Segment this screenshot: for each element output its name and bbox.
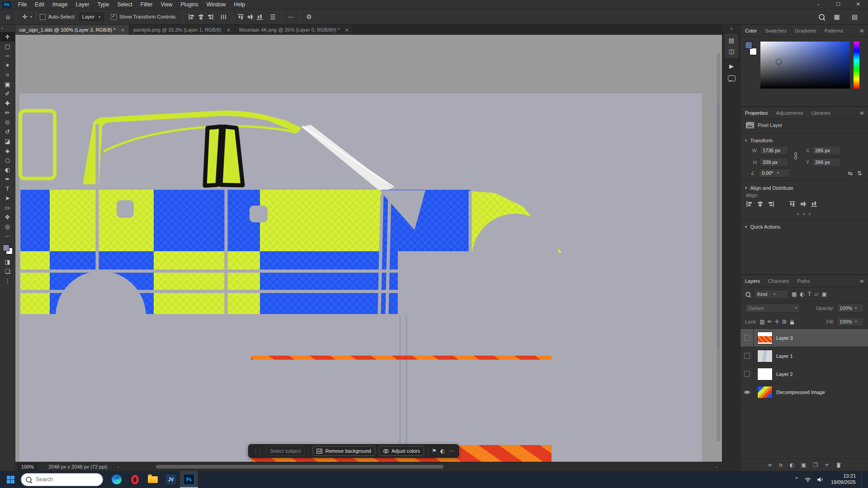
more-options-icon[interactable]: ⋯ xyxy=(285,13,296,20)
lock-transparency-icon[interactable]: ▨ xyxy=(760,319,764,325)
scrollbar-thumb[interactable] xyxy=(717,103,721,347)
flip-horizontal-icon[interactable]: ⇆ xyxy=(848,170,853,177)
contrast-icon[interactable]: ◐ xyxy=(440,448,445,454)
maximize-button[interactable]: ☐ xyxy=(828,0,848,9)
close-icon[interactable]: × xyxy=(227,28,231,33)
crop-tool[interactable]: ⌗ xyxy=(0,70,15,80)
zoom-tool[interactable]: ◎ xyxy=(0,222,15,231)
marquee-tool[interactable]: ▢ xyxy=(0,42,15,51)
align-top-icon[interactable] xyxy=(789,201,796,207)
eraser-tool[interactable]: ◪ xyxy=(0,136,15,146)
magic-wand-tool[interactable]: ✶ xyxy=(0,61,15,70)
close-icon[interactable]: × xyxy=(345,28,349,33)
hand-tool[interactable]: ✥ xyxy=(0,212,15,222)
adjust-colors-button[interactable]: Adjust colors xyxy=(379,446,424,456)
distribute-v-icon[interactable] xyxy=(268,14,278,20)
eyedropper-tool[interactable]: ✐ xyxy=(0,89,15,99)
taskbar-edge[interactable] xyxy=(108,471,126,488)
lock-artboard-icon[interactable]: ⊞ xyxy=(782,319,787,325)
align-middle-v-icon[interactable] xyxy=(800,201,807,207)
visibility-toggle[interactable] xyxy=(741,383,754,401)
gradient-tool[interactable]: ◈ xyxy=(0,146,15,155)
remove-background-button[interactable]: Remove background xyxy=(312,446,375,456)
visibility-toggle[interactable] xyxy=(741,329,754,347)
taskbar-photoshop[interactable]: Ps xyxy=(180,471,198,488)
collapse-tools-icon[interactable]: » xyxy=(0,25,16,32)
layer-thumbnail[interactable] xyxy=(757,368,773,380)
tab-paintjob[interactable]: paintjob.png @ 33.3% (Layer 1, RGB/8) × xyxy=(129,25,235,35)
y-field[interactable]: 266 px xyxy=(812,158,841,167)
close-icon[interactable]: × xyxy=(121,28,125,33)
status-back-icon[interactable]: ‹ xyxy=(716,465,717,469)
layer-mask-icon[interactable]: ▣ xyxy=(801,462,806,468)
menu-image[interactable]: Image xyxy=(48,0,71,9)
clone-stamp-tool[interactable]: ⊙ xyxy=(0,117,15,127)
transform-section-header[interactable]: ▾ Transform xyxy=(741,135,868,145)
more-align-options-icon[interactable]: • • • xyxy=(741,208,868,217)
history-brush-tool[interactable]: ↺ xyxy=(0,127,15,136)
rotation-field[interactable]: 0.00° ▾ xyxy=(759,169,790,178)
shape-tool[interactable]: ▭ xyxy=(0,203,15,212)
adjustment-layer-icon[interactable]: ◐ xyxy=(789,462,794,468)
tab-libraries[interactable]: Libraries xyxy=(811,110,830,116)
hue-slider[interactable] xyxy=(854,42,859,89)
tab-mountain[interactable]: Mountain 4K.png @ 25% (Layer 0, RGB/8#) … xyxy=(235,25,354,35)
tab-gradients[interactable]: Gradients xyxy=(795,28,816,33)
history-panel-icon[interactable]: ▤ xyxy=(725,35,738,46)
auto-select-checkbox[interactable] xyxy=(40,14,46,20)
hidden-layer-checkbox[interactable] xyxy=(744,371,750,377)
align-left-icon[interactable] xyxy=(746,201,753,207)
layer-row-decompressed-image[interactable]: Decompressed Image xyxy=(741,383,868,401)
opacity-dropdown[interactable]: 100% ▾ xyxy=(837,304,864,313)
align-left-icon[interactable] xyxy=(187,14,196,20)
tab-properties[interactable]: Properties xyxy=(745,110,768,116)
menu-type[interactable]: Type xyxy=(93,0,113,9)
background-color-swatch[interactable] xyxy=(750,48,757,55)
type-tool[interactable]: T xyxy=(0,184,15,193)
menu-select[interactable]: Select xyxy=(113,0,136,9)
clock[interactable]: 13:21 19/09/2025 xyxy=(829,473,856,486)
taskbar-opera[interactable] xyxy=(126,471,144,488)
canvas[interactable]: ⋮⋮ Select subject Remove background Adju… xyxy=(15,35,722,462)
align-center-h-icon[interactable] xyxy=(196,14,206,20)
pixel-filter-icon[interactable]: ▦ xyxy=(792,291,797,297)
align-right-icon[interactable] xyxy=(206,14,215,20)
align-right-icon[interactable] xyxy=(768,201,774,207)
comments-panel-icon[interactable] xyxy=(728,75,736,81)
chevron-down-icon[interactable]: ▾ xyxy=(30,15,32,19)
healing-brush-tool[interactable]: ✚ xyxy=(0,99,15,108)
align-section-header[interactable]: ▾ Align and Distribute xyxy=(741,183,868,192)
zoom-level-field[interactable]: 100% xyxy=(18,463,38,470)
lock-position-icon[interactable]: ✛ xyxy=(775,319,779,325)
menu-view[interactable]: View xyxy=(156,0,176,9)
link-layers-icon[interactable]: ∞ xyxy=(768,462,772,468)
more-icon[interactable]: ⋯ xyxy=(448,448,454,454)
select-subject-button[interactable]: Select subject xyxy=(266,446,305,456)
layer-name[interactable]: Layer 1 xyxy=(776,353,793,359)
filter-kind-dropdown[interactable]: Kind ▾ xyxy=(754,290,788,299)
smart-object-filter-icon[interactable]: ▣ xyxy=(821,291,826,297)
tab-channels[interactable]: Channels xyxy=(768,278,789,284)
flag-icon[interactable]: ⚑ xyxy=(432,448,437,454)
distribute-h-icon[interactable] xyxy=(219,14,228,20)
menu-filter[interactable]: Filter xyxy=(137,0,157,9)
start-button[interactable] xyxy=(0,471,21,488)
layer-thumbnail[interactable] xyxy=(757,332,773,344)
tab-color[interactable]: Color xyxy=(745,28,757,33)
foreground-color-swatch[interactable] xyxy=(3,244,9,251)
menu-help[interactable]: Help xyxy=(230,0,249,9)
pen-tool[interactable]: ✒ xyxy=(0,174,15,184)
foreground-color-swatch[interactable] xyxy=(745,42,752,49)
color-field-marker[interactable] xyxy=(776,59,782,65)
layer-name[interactable]: Decompressed Image xyxy=(776,389,825,395)
brush-tool[interactable]: ✏ xyxy=(0,108,15,117)
quick-mask-icon[interactable]: ◨ xyxy=(0,257,15,267)
tab-car-sign[interactable]: car_sign_1.dds @ 100% (Layer 3, RGB/8) *… xyxy=(15,25,129,35)
tab-paths[interactable]: Paths xyxy=(797,278,810,284)
height-field[interactable]: 339 px xyxy=(760,158,788,167)
lock-pixels-icon[interactable]: ✏ xyxy=(768,319,772,325)
expand-panels-icon[interactable]: « xyxy=(722,25,741,31)
taskbar-app[interactable]: JV xyxy=(162,471,180,488)
layer-row-layer3[interactable]: Layer 3 xyxy=(741,329,868,347)
menu-edit[interactable]: Edit xyxy=(31,0,48,9)
